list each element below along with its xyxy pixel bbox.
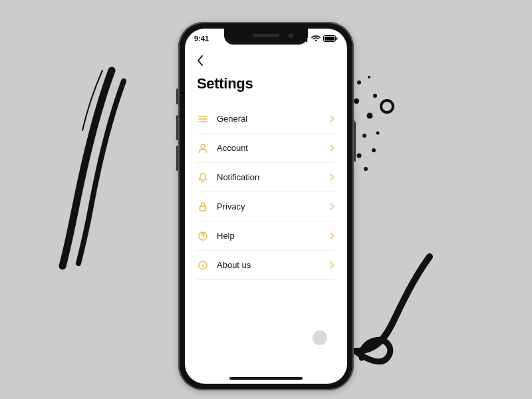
help-icon xyxy=(197,230,209,242)
page-title: Settings xyxy=(197,75,335,92)
settings-item-general[interactable]: General xyxy=(197,104,335,134)
chevron-right-icon xyxy=(329,116,335,122)
menu-lines-icon xyxy=(197,113,209,125)
svg-point-3 xyxy=(368,76,370,78)
phone-frame: 9:41 Settings xyxy=(178,22,354,390)
settings-item-label: Account xyxy=(217,143,329,153)
svg-point-17 xyxy=(381,100,393,112)
wifi-icon xyxy=(311,35,321,42)
settings-list: General Account xyxy=(197,104,335,280)
lock-icon xyxy=(197,201,209,213)
svg-rect-24 xyxy=(325,37,334,41)
bell-icon xyxy=(197,172,209,184)
svg-point-29 xyxy=(201,144,205,148)
svg-rect-30 xyxy=(200,206,206,211)
chevron-right-icon xyxy=(329,203,335,210)
svg-rect-25 xyxy=(336,37,338,40)
settings-item-label: About us xyxy=(217,260,329,270)
svg-point-13 xyxy=(357,154,362,158)
svg-point-32 xyxy=(203,237,203,238)
phone-volume-down xyxy=(176,146,178,171)
settings-item-privacy[interactable]: Privacy xyxy=(197,192,335,221)
svg-point-4 xyxy=(354,98,359,104)
phone-notch xyxy=(224,29,308,45)
chevron-right-icon xyxy=(329,233,335,239)
svg-point-9 xyxy=(362,134,366,138)
home-indicator[interactable] xyxy=(229,377,303,380)
chevron-right-icon xyxy=(329,262,335,269)
svg-point-5 xyxy=(373,94,377,98)
phone-mute-switch xyxy=(176,88,178,104)
settings-item-help[interactable]: Help xyxy=(197,221,335,251)
svg-point-11 xyxy=(376,132,380,135)
settings-item-label: Notification xyxy=(217,172,329,182)
info-icon xyxy=(197,259,209,271)
decorative-brush-left xyxy=(39,66,132,279)
svg-point-35 xyxy=(202,263,203,263)
settings-item-about[interactable]: About us xyxy=(197,251,335,280)
settings-item-label: Help xyxy=(217,231,329,241)
chevron-right-icon xyxy=(329,145,335,152)
svg-point-14 xyxy=(372,148,376,152)
back-button[interactable] xyxy=(197,54,210,67)
chevron-right-icon xyxy=(329,174,335,181)
touch-indicator xyxy=(313,331,327,345)
phone-volume-up xyxy=(176,115,178,140)
person-icon xyxy=(197,142,209,154)
settings-item-label: Privacy xyxy=(217,201,329,211)
phone-screen: 9:41 Settings xyxy=(185,29,347,384)
phone-power-button xyxy=(354,122,356,162)
svg-point-22 xyxy=(315,40,317,42)
svg-point-8 xyxy=(367,113,373,119)
svg-point-1 xyxy=(357,80,361,84)
decorative-brush-bottom-right xyxy=(346,253,452,372)
settings-item-label: General xyxy=(217,114,329,124)
battery-icon xyxy=(323,35,338,42)
status-time: 9:41 xyxy=(194,35,209,43)
svg-point-16 xyxy=(364,167,368,171)
settings-item-account[interactable]: Account xyxy=(197,134,335,163)
settings-item-notification[interactable]: Notification xyxy=(197,163,335,192)
